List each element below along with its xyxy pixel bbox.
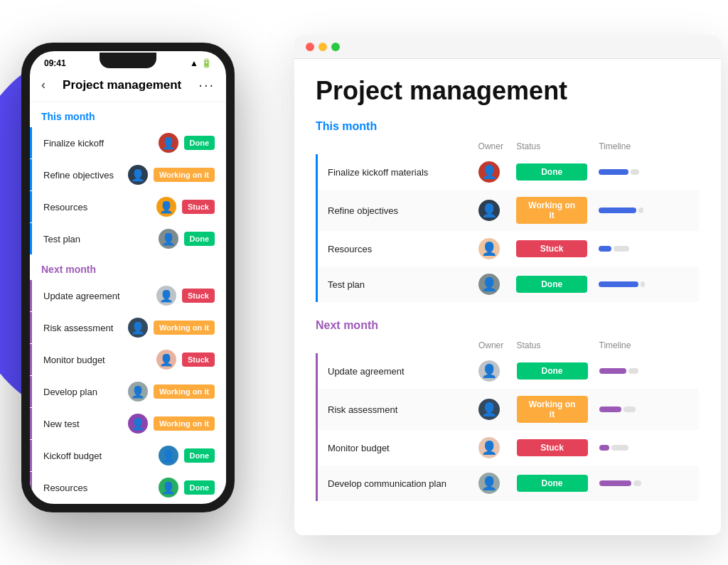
status-cell: Done (511, 466, 594, 501)
timeline-empty-bar (633, 480, 641, 486)
desktop-section: Next monthOwnerStatusTimelineUpdate agre… (316, 319, 700, 501)
status-badge: Working on it (154, 321, 215, 335)
phone-task-row[interactable]: Resources👤Done (30, 472, 226, 503)
status-cell: Stuck (511, 430, 594, 466)
phone-task-row[interactable]: Monitor budget👤Stuck (30, 344, 226, 375)
maximize-dot[interactable] (331, 43, 340, 51)
timeline-bar (599, 480, 663, 486)
phone-task-row[interactable]: Refine objectives👤Working on it (30, 159, 226, 190)
status-badge: Working on it (154, 168, 215, 182)
phone-frame: 09:41 ▲ 🔋 ‹ Project management ··· This … (21, 43, 235, 512)
table-row[interactable]: Test plan👤Done (317, 267, 699, 302)
timeline-cell (593, 190, 698, 231)
owner-cell: 👤 (473, 154, 511, 190)
task-name-cell: Finalize kickoff materials (317, 154, 473, 190)
desktop-section-label: Next month (316, 319, 700, 332)
table-row[interactable]: Monitor budget👤Stuck (317, 430, 699, 466)
table-column-header: Status (511, 338, 594, 353)
timeline-bar (599, 445, 663, 451)
owner-cell: 👤 (473, 430, 511, 466)
status-badge: Done (184, 136, 215, 150)
status-badge: Working on it (517, 396, 588, 423)
minimize-dot[interactable] (318, 43, 327, 51)
timeline-bar (599, 246, 663, 252)
status-badge: Done (516, 163, 587, 181)
owner-cell: 👤 (473, 231, 511, 267)
status-icons: ▲ 🔋 (190, 58, 212, 68)
status-badge: Stuck (182, 289, 215, 303)
phone-task-row[interactable]: Finalize kickoff👤Done (30, 127, 226, 158)
phone-task-row[interactable]: Kickoff budget👤Done (30, 440, 226, 471)
phone-task-name: Risk assessment (43, 323, 122, 333)
status-badge: Stuck (517, 439, 588, 456)
timeline-empty-bar (631, 169, 639, 175)
close-dot[interactable] (306, 43, 314, 51)
phone-task-row[interactable]: Update agreement👤Stuck (30, 280, 226, 311)
table-column-header (317, 139, 473, 154)
avatar: 👤 (478, 473, 500, 494)
status-cell: Done (510, 267, 593, 302)
owner-cell: 👤 (473, 190, 511, 231)
status-cell: Working on it (511, 389, 594, 430)
phone-section-label: This month (30, 102, 226, 127)
timeline-fill-bar (599, 281, 638, 287)
phone-task-name: Update agreement (43, 291, 151, 301)
status-cell: Done (511, 353, 594, 389)
phone-header: ‹ Project management ··· (30, 71, 226, 102)
timeline-bar (599, 368, 663, 374)
desktop-section-label: This month (316, 120, 700, 133)
timeline-fill-bar (599, 208, 636, 213)
timeline-empty-bar (638, 208, 644, 213)
desktop-content: Project management This monthOwnerStatus… (294, 59, 721, 535)
desktop-table: OwnerStatusTimelineUpdate agreement👤Done… (316, 338, 700, 501)
timeline-cell (594, 430, 699, 466)
phone-task-name: Resources (43, 483, 153, 493)
timeline-bar (599, 169, 663, 175)
owner-cell: 👤 (473, 267, 511, 302)
desktop-sections: This monthOwnerStatusTimelineFinalize ki… (316, 120, 700, 501)
phone-task-row[interactable]: Risk assessment👤Working on it (30, 312, 226, 343)
phone-task-row[interactable]: New test👤Working on it (30, 408, 226, 439)
status-cell: Done (510, 154, 593, 190)
phone-notch (100, 53, 156, 68)
phone-section-label: Next month (30, 255, 226, 279)
desktop-table: OwnerStatusTimelineFinalize kickoff mate… (316, 139, 700, 302)
desktop-section: This monthOwnerStatusTimelineFinalize ki… (316, 120, 700, 302)
timeline-fill-bar (599, 480, 632, 486)
table-row[interactable]: Update agreement👤Done (317, 353, 699, 389)
status-badge: Working on it (516, 197, 587, 224)
phone-task-name: Monitor budget (43, 355, 151, 365)
avatar: 👤 (478, 399, 500, 420)
phone-task-row[interactable]: Develop plan👤Working on it (30, 376, 226, 407)
phone-time: 09:41 (44, 58, 66, 68)
status-badge: Done (517, 362, 588, 380)
timeline-cell (593, 154, 698, 190)
avatar: 👤 (156, 197, 176, 217)
phone-task-row[interactable]: Resources👤Stuck (30, 191, 226, 222)
phone-task-name: Develop plan (43, 387, 122, 397)
table-row[interactable]: Refine objectives👤Working on it (317, 190, 699, 231)
status-badge: Done (516, 276, 587, 293)
avatar: 👤 (478, 274, 500, 295)
table-row[interactable]: Finalize kickoff materials👤Done (317, 154, 699, 190)
timeline-fill-bar (599, 407, 622, 412)
timeline-cell (593, 267, 698, 302)
back-arrow-icon[interactable]: ‹ (41, 77, 46, 92)
phone-mockup: 09:41 ▲ 🔋 ‹ Project management ··· This … (21, 43, 235, 512)
table-row[interactable]: Resources👤Stuck (317, 231, 699, 267)
phone-screen: 09:41 ▲ 🔋 ‹ Project management ··· This … (30, 51, 226, 504)
more-options-icon[interactable]: ··· (198, 77, 215, 93)
task-name-cell: Refine objectives (317, 190, 473, 231)
timeline-empty-bar (623, 407, 636, 412)
table-row[interactable]: Develop communication plan👤Done (317, 466, 699, 501)
avatar: 👤 (128, 414, 148, 434)
status-badge: Stuck (516, 240, 587, 257)
avatar: 👤 (159, 229, 178, 249)
status-badge: Done (184, 232, 215, 246)
task-name-cell: Test plan (317, 267, 473, 302)
table-row[interactable]: Risk assessment👤Working on it (317, 389, 699, 430)
status-badge: Working on it (154, 384, 215, 399)
phone-section: Next monthUpdate agreement👤StuckRisk ass… (30, 255, 226, 503)
phone-content: This monthFinalize kickoff👤DoneRefine ob… (30, 102, 226, 504)
phone-task-row[interactable]: Test plan👤Done (30, 223, 226, 254)
